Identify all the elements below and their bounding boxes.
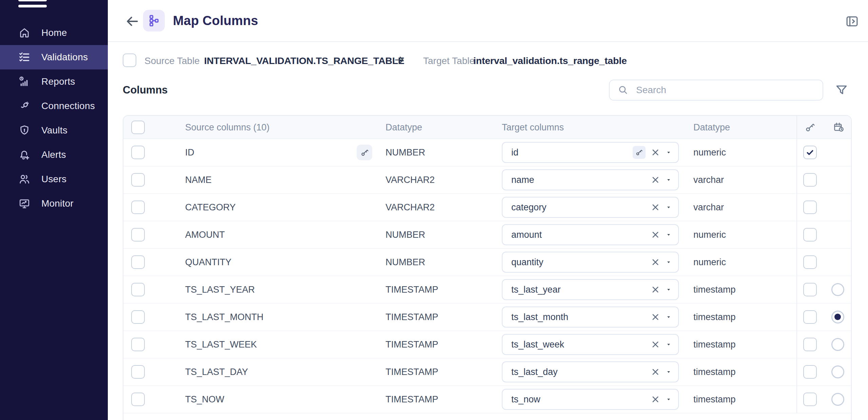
source-datatype: VARCHAR2 [386,202,435,213]
clear-icon[interactable] [650,202,660,212]
column-divider [796,358,797,385]
interval-radio[interactable] [831,338,844,351]
sidebar-item-reports[interactable]: Reports [0,69,108,94]
sidebar-item-home[interactable]: Home [0,21,108,45]
select-all-checkbox[interactable] [131,121,145,134]
key-checkbox[interactable] [803,173,817,187]
caret-down-icon[interactable] [666,232,671,237]
target-column-select[interactable]: id [502,142,679,163]
caret-down-icon[interactable] [666,397,671,402]
target-column-select[interactable]: name [502,169,679,190]
target-column-select[interactable]: amount [502,224,679,245]
target-column-select[interactable]: ts_last_day [502,361,679,382]
columns-table: Source columns (10) Datatype Target colu… [123,115,852,420]
source-table-value: INTERVAL_VALIDATION.TS_RANGE_TABLE [204,55,405,66]
search-input[interactable] [636,85,823,96]
key-checkbox[interactable] [803,310,817,324]
target-datatype: timestamp [693,285,736,295]
mapping-checkbox[interactable] [123,54,136,67]
source-datatype: NUMBER [386,257,425,268]
row-checkbox[interactable] [131,228,145,241]
sidebar-item-alerts[interactable]: Alerts [0,143,108,167]
filter-icon[interactable] [835,83,848,97]
row-checkbox[interactable] [131,310,145,324]
caret-down-icon[interactable] [666,150,671,155]
key-checkbox[interactable] [803,146,817,159]
clear-icon[interactable] [650,175,660,185]
sidebar-item-vaults[interactable]: Vaults [0,118,108,143]
clear-icon[interactable] [650,230,660,240]
interval-radio[interactable] [831,365,844,378]
caret-down-icon[interactable] [666,177,671,183]
target-column-value: ts_last_day [511,367,650,377]
caret-down-icon[interactable] [666,369,671,375]
row-checkbox[interactable] [131,393,145,406]
target-datatype: numeric [693,147,726,158]
sidebar-item-monitor[interactable]: Monitor [0,191,108,216]
source-column-name: TS_LAST_DAY [185,367,248,377]
clear-icon[interactable] [650,394,660,404]
row-checkbox[interactable] [131,255,145,269]
key-checkbox[interactable] [803,201,817,214]
sidebar-nav: Home Validations Reports Connections Vau… [0,21,108,216]
target-column-select[interactable]: ts_now [502,389,679,410]
interval-radio[interactable] [831,393,844,406]
panel-right-icon[interactable] [845,14,859,28]
target-column-select[interactable]: quantity [502,252,679,273]
calendar-clock-column-icon[interactable] [833,122,845,133]
target-column-select[interactable]: category [502,197,679,218]
caret-down-icon[interactable] [666,205,671,210]
sidebar-item-validations[interactable]: Validations [0,45,108,69]
target-column-value: ts_now [511,394,650,405]
back-arrow-icon[interactable] [125,14,140,29]
target-column-select[interactable]: ts_last_year [502,279,679,300]
connections-icon [18,100,31,112]
clear-icon[interactable] [650,257,660,267]
checklist-icon [18,51,31,63]
key-checkbox[interactable] [803,393,817,406]
source-datatype: TIMESTAMP [386,394,438,405]
target-column-select[interactable]: ts_last_week [502,334,679,355]
caret-down-icon[interactable] [666,287,671,292]
key-icon [360,148,369,157]
source-primary-key-badge [357,145,372,160]
header-source-datatype: Datatype [386,122,422,132]
row-checkbox[interactable] [131,283,145,296]
table-row: ID NUMBER id numeric [123,139,851,166]
alerts-icon [18,149,31,161]
caret-down-icon[interactable] [666,259,671,265]
clear-icon[interactable] [650,285,660,295]
caret-down-icon[interactable] [666,314,671,320]
row-checkbox[interactable] [131,201,145,214]
row-checkbox[interactable] [131,173,145,187]
target-key-badge [633,146,646,159]
clear-icon[interactable] [650,367,660,377]
target-column-value: quantity [511,257,650,268]
sidebar-item-users[interactable]: Users [0,167,108,191]
check-icon [806,148,814,157]
key-column-icon[interactable] [804,122,816,133]
source-table-label: Source Table [144,56,200,66]
key-checkbox[interactable] [803,255,817,269]
key-checkbox[interactable] [803,228,817,241]
target-column-select[interactable]: ts_last_month [502,307,679,328]
row-checkbox[interactable] [131,338,145,351]
key-checkbox[interactable] [803,365,817,379]
caret-down-icon[interactable] [666,342,671,347]
key-checkbox[interactable] [803,338,817,351]
interval-radio[interactable] [831,311,844,323]
target-datatype: timestamp [693,339,736,350]
source-column-name: TS_LAST_YEAR [185,285,255,295]
target-datatype: varchar [693,202,724,213]
hamburger-menu-icon[interactable] [18,0,47,11]
clear-icon[interactable] [650,147,660,158]
clear-icon[interactable] [650,339,660,350]
target-column-value: ts_last_year [511,285,650,295]
key-checkbox[interactable] [803,283,817,296]
interval-radio[interactable] [831,283,844,296]
target-datatype: numeric [693,230,726,240]
row-checkbox[interactable] [131,365,145,379]
row-checkbox[interactable] [131,146,145,159]
clear-icon[interactable] [650,312,660,322]
sidebar-item-connections[interactable]: Connections [0,94,108,118]
